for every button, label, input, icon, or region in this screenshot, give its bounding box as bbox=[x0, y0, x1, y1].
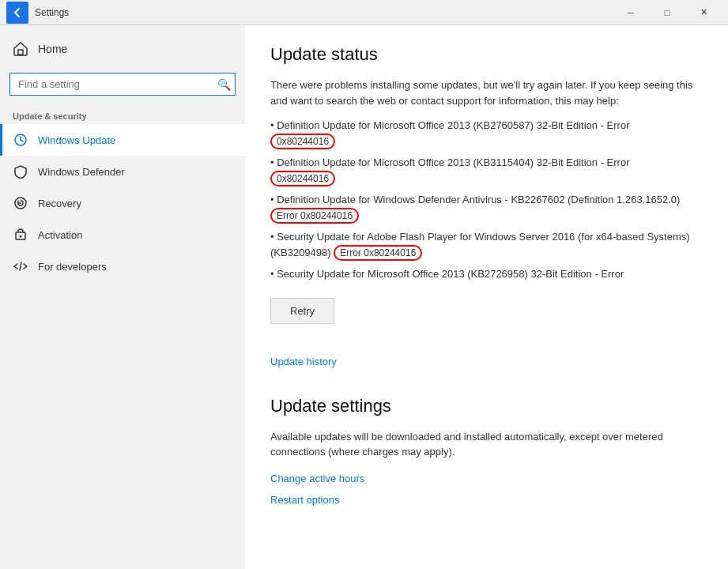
error-badge-2: 0x80244016 bbox=[270, 171, 335, 187]
recovery-icon bbox=[13, 195, 28, 211]
update-status-title: Update status bbox=[270, 44, 703, 65]
sidebar-item-windows-update[interactable]: Windows Update bbox=[0, 124, 245, 156]
update-item-text-5: • Security Update for Microsoft Office 2… bbox=[270, 268, 624, 280]
svg-rect-0 bbox=[18, 50, 23, 55]
window-controls: ─ □ ✕ bbox=[613, 0, 722, 25]
sidebar-item-activation[interactable]: Activation bbox=[0, 219, 245, 251]
main-layout: Home 🔍 Update & security Windows Update bbox=[0, 25, 728, 569]
content-area: Update status There were problems instal… bbox=[245, 25, 728, 569]
update-item-text-2: • Definition Update for Microsoft Office… bbox=[270, 156, 629, 168]
windows-defender-icon bbox=[13, 164, 28, 179]
sidebar-item-home[interactable]: Home bbox=[0, 32, 245, 66]
update-settings-desc: Available updates will be downloaded and… bbox=[270, 429, 703, 460]
update-item-2: • Definition Update for Microsoft Office… bbox=[270, 155, 703, 186]
update-status-desc: There were problems installing some upda… bbox=[270, 77, 703, 108]
retry-button[interactable]: Retry bbox=[270, 298, 334, 324]
sidebar-item-windows-defender[interactable]: Windows Defender bbox=[0, 156, 245, 187]
sidebar-item-label: Windows Update bbox=[38, 134, 115, 146]
developers-icon bbox=[13, 258, 28, 274]
sidebar-item-label: Windows Defender bbox=[38, 166, 125, 178]
sidebar-item-label: For developers bbox=[38, 261, 107, 273]
title-bar: Settings ─ □ ✕ bbox=[0, 0, 728, 25]
search-button[interactable]: 🔍 bbox=[217, 78, 231, 91]
home-label: Home bbox=[38, 43, 67, 55]
restart-options-link[interactable]: Restart options bbox=[270, 494, 703, 506]
update-item-4: • Security Update for Adobe Flash Player… bbox=[270, 229, 703, 260]
activation-icon bbox=[13, 227, 28, 243]
change-active-hours-link[interactable]: Change active hours bbox=[270, 473, 703, 484]
maximize-button[interactable]: □ bbox=[649, 0, 685, 25]
update-item-5: • Security Update for Microsoft Office 2… bbox=[270, 266, 703, 282]
update-item-text-1: • Definition Update for Microsoft Office… bbox=[270, 119, 629, 131]
error-badge-3: Error 0x80244016 bbox=[270, 208, 359, 224]
update-item-text-3: • Definition Update for Windows Defender… bbox=[270, 194, 680, 205]
sidebar: Home 🔍 Update & security Windows Update bbox=[0, 25, 245, 569]
window-title: Settings bbox=[35, 7, 613, 18]
back-button[interactable] bbox=[6, 2, 28, 24]
sidebar-item-recovery[interactable]: Recovery bbox=[0, 187, 245, 219]
error-badge-1: 0x80244016 bbox=[270, 134, 335, 149]
minimize-button[interactable]: ─ bbox=[613, 0, 649, 25]
close-button[interactable]: ✕ bbox=[685, 0, 722, 25]
search-box[interactable]: 🔍 bbox=[9, 73, 236, 96]
sidebar-item-label: Recovery bbox=[38, 198, 81, 209]
search-input[interactable] bbox=[9, 73, 236, 96]
error-badge-4: Error 0x80244016 bbox=[334, 245, 422, 261]
update-item-1: • Definition Update for Microsoft Office… bbox=[270, 118, 703, 149]
windows-update-icon bbox=[13, 132, 28, 148]
sidebar-section-label: Update & security bbox=[0, 105, 245, 124]
sidebar-item-for-developers[interactable]: For developers bbox=[0, 251, 245, 282]
svg-point-4 bbox=[20, 236, 22, 238]
home-icon bbox=[13, 41, 28, 57]
update-item-3: • Definition Update for Windows Defender… bbox=[270, 192, 703, 223]
update-history-link[interactable]: Update history bbox=[270, 356, 703, 367]
sidebar-item-label: Activation bbox=[38, 229, 82, 241]
update-settings-title: Update settings bbox=[270, 396, 703, 416]
